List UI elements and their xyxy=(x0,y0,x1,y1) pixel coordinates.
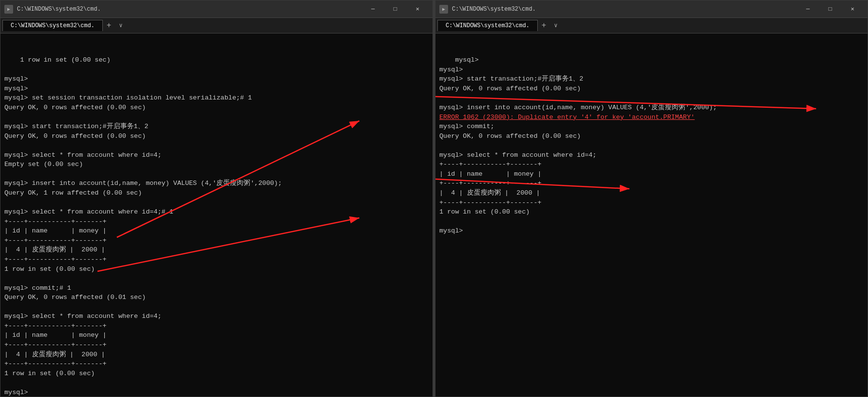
svg-line-1 xyxy=(117,121,359,237)
right-new-tab-button[interactable]: + xyxy=(538,21,550,30)
right-terminal-body[interactable]: mysql> mysql> mysql> start transaction;#… xyxy=(435,33,868,397)
left-window-controls: ─ □ ✕ xyxy=(362,0,429,18)
right-maximize-button[interactable]: □ xyxy=(819,0,841,18)
left-terminal-text: 1 row in set (0.00 sec) mysql> mysql> my… xyxy=(4,56,282,396)
right-minimize-button[interactable]: ─ xyxy=(797,0,819,18)
right-close-button[interactable]: ✕ xyxy=(841,0,864,18)
right-tab-bar: C:\WINDOWS\system32\cmd. + ∨ xyxy=(435,18,868,33)
right-terminal-text: mysql> mysql> mysql> start transaction;#… xyxy=(439,56,717,234)
right-titlebar: ▶ C:\WINDOWS\system32\cmd. ─ □ ✕ xyxy=(435,0,868,18)
right-terminal-window: ▶ C:\WINDOWS\system32\cmd. ─ □ ✕ C:\WIND… xyxy=(435,0,868,397)
left-close-button[interactable]: ✕ xyxy=(406,0,429,18)
error-line: ERROR 1062 (23000): Duplicate entry '4' … xyxy=(439,114,695,121)
right-window-controls: ─ □ ✕ xyxy=(797,0,864,18)
left-terminal-icon: ▶ xyxy=(4,5,13,14)
right-tab-dropdown[interactable]: ∨ xyxy=(550,22,561,29)
left-minimize-button[interactable]: ─ xyxy=(362,0,384,18)
left-tab-bar: C:\WINDOWS\system32\cmd. + ∨ xyxy=(0,18,433,33)
left-maximize-button[interactable]: □ xyxy=(384,0,406,18)
left-terminal-window: ▶ C:\WINDOWS\system32\cmd. ─ □ ✕ C:\WIND… xyxy=(0,0,433,397)
left-tab-dropdown[interactable]: ∨ xyxy=(115,22,126,29)
right-title-text: C:\WINDOWS\system32\cmd. xyxy=(452,6,793,13)
right-active-tab[interactable]: C:\WINDOWS\system32\cmd. xyxy=(437,20,538,31)
left-terminal-body[interactable]: 1 row in set (0.00 sec) mysql> mysql> my… xyxy=(0,33,433,397)
right-terminal-icon: ▶ xyxy=(439,5,448,14)
left-title-text: C:\WINDOWS\system32\cmd. xyxy=(17,6,358,13)
left-titlebar: ▶ C:\WINDOWS\system32\cmd. ─ □ ✕ xyxy=(0,0,433,18)
left-new-tab-button[interactable]: + xyxy=(103,21,115,30)
svg-line-2 xyxy=(97,218,359,271)
left-active-tab[interactable]: C:\WINDOWS\system32\cmd. xyxy=(2,20,103,31)
